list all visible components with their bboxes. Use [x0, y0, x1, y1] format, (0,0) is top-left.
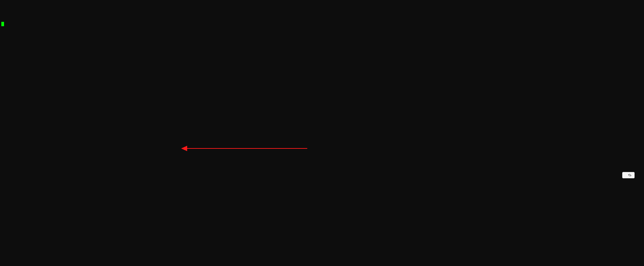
annotation-arrow: [181, 145, 309, 152]
gear-icon[interactable]: [628, 173, 632, 177]
ime-indicator[interactable]: [622, 172, 635, 178]
banner-separator-top: [1, 0, 643, 4]
cursor-block: [1, 22, 4, 26]
arrow-head-icon: [181, 146, 187, 151]
banner-separator-bottom: [1, 4, 643, 9]
arrow-line: [186, 148, 307, 149]
banner-tagline: [1, 13, 643, 17]
empty-line: [1, 9, 643, 13]
terminal-viewport[interactable]: [0, 0, 644, 266]
prompt-line[interactable]: [1, 22, 643, 26]
empty-line: [1, 17, 643, 22]
